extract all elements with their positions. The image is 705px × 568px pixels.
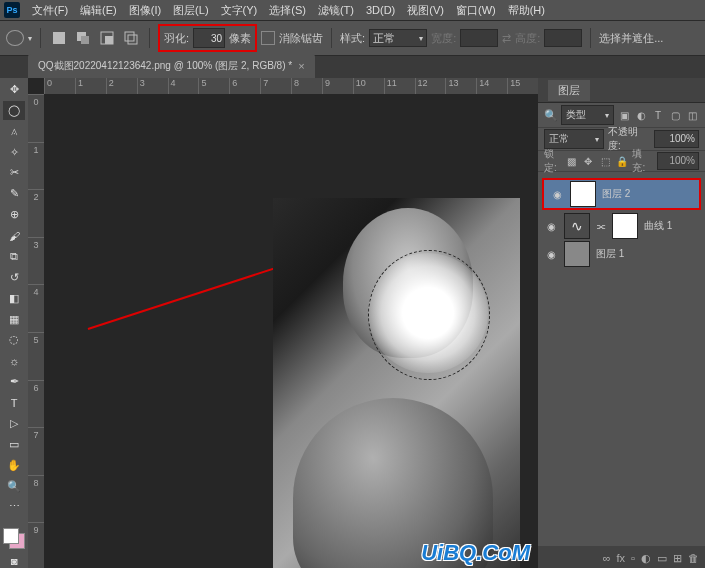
svg-rect-5	[125, 32, 134, 41]
tool-preset-dropdown[interactable]: ▾	[28, 34, 32, 43]
type-tool-icon[interactable]: T	[3, 393, 25, 412]
menu-filter[interactable]: 滤镜(T)	[312, 1, 360, 20]
feather-unit: 像素	[229, 31, 251, 46]
opacity-value[interactable]: 100%	[654, 130, 699, 148]
feather-highlight-box: 羽化: 像素	[158, 24, 257, 52]
link-icon: ⫘	[596, 221, 606, 232]
lasso-tool-icon[interactable]: ⟑	[3, 122, 25, 141]
selection-add-icon[interactable]	[75, 30, 91, 46]
current-tool-icon[interactable]	[6, 30, 24, 46]
filter-smart-icon[interactable]: ◫	[685, 108, 699, 122]
selection-new-icon[interactable]	[51, 30, 67, 46]
visibility-toggle-icon[interactable]: ◉	[544, 219, 558, 233]
menu-image[interactable]: 图像(I)	[123, 1, 167, 20]
dodge-tool-icon[interactable]: ☼	[3, 351, 25, 370]
layer-mask-thumbnail[interactable]	[612, 213, 638, 239]
move-tool-icon[interactable]: ✥	[3, 80, 25, 99]
layer-row-1[interactable]: ◉ 图层 1	[538, 240, 705, 268]
menu-edit[interactable]: 编辑(E)	[74, 1, 123, 20]
menu-view[interactable]: 视图(V)	[401, 1, 450, 20]
new-group-icon[interactable]: ▭	[657, 552, 667, 565]
antialias-label: 消除锯齿	[279, 31, 323, 46]
selection-intersect-icon[interactable]	[123, 30, 139, 46]
magic-wand-tool-icon[interactable]: ✧	[3, 143, 25, 162]
filter-adjust-icon[interactable]: ◐	[634, 108, 648, 122]
lock-pixels-icon[interactable]: ▩	[564, 154, 578, 168]
delete-layer-icon[interactable]: 🗑	[688, 552, 699, 564]
svg-rect-4	[105, 36, 113, 44]
brush-tool-icon[interactable]: 🖌	[3, 226, 25, 245]
filter-type-dropdown[interactable]: 类型▾	[561, 105, 614, 125]
crop-tool-icon[interactable]: ✂	[3, 164, 25, 183]
link-layers-icon[interactable]: ∞	[603, 552, 611, 564]
menu-select[interactable]: 选择(S)	[263, 1, 312, 20]
layer-thumbnail[interactable]	[570, 181, 596, 207]
marquee-tool-icon[interactable]: ◯	[3, 101, 25, 120]
style-label: 样式:	[340, 31, 365, 46]
layer-name[interactable]: 曲线 1	[644, 219, 672, 233]
shape-tool-icon[interactable]: ▭	[3, 435, 25, 454]
curves-adjustment-icon[interactable]: ∿	[564, 213, 590, 239]
menu-window[interactable]: 窗口(W)	[450, 1, 502, 20]
layer-row-curves[interactable]: ◉ ∿ ⫘ 曲线 1	[538, 212, 705, 240]
style-dropdown[interactable]: 正常▾	[369, 29, 427, 47]
hand-tool-icon[interactable]: ✋	[3, 456, 25, 475]
selection-subtract-icon[interactable]	[99, 30, 115, 46]
layer-thumbnail[interactable]	[564, 241, 590, 267]
visibility-toggle-icon[interactable]: ◉	[550, 187, 564, 201]
lock-label: 锁定:	[544, 147, 561, 175]
add-adjustment-icon[interactable]: ◐	[641, 552, 651, 565]
elliptical-selection[interactable]	[368, 250, 490, 380]
layer-name[interactable]: 图层 1	[596, 247, 624, 261]
menu-file[interactable]: 文件(F)	[26, 1, 74, 20]
foreground-color-swatch[interactable]	[3, 528, 19, 544]
height-label: 高度:	[515, 31, 540, 46]
eyedropper-tool-icon[interactable]: ✎	[3, 184, 25, 203]
healing-tool-icon[interactable]: ⊕	[3, 205, 25, 224]
eraser-tool-icon[interactable]: ◧	[3, 289, 25, 308]
document-canvas[interactable]	[273, 198, 520, 568]
filter-search-icon[interactable]: 🔍	[544, 109, 558, 122]
canvas-area[interactable]: 0123456789101112131415 0123456789 UiBQ.C…	[28, 78, 538, 568]
layer-name[interactable]: 图层 2	[602, 187, 630, 201]
more-tools-icon[interactable]: ⋯	[3, 498, 25, 517]
antialias-checkbox[interactable]	[261, 31, 275, 45]
ruler-horizontal: 0123456789101112131415	[44, 78, 538, 94]
fill-value[interactable]: 100%	[657, 152, 699, 170]
pen-tool-icon[interactable]: ✒	[3, 372, 25, 391]
new-layer-icon[interactable]: ⊞	[673, 552, 682, 565]
filter-shape-icon[interactable]: ▢	[668, 108, 682, 122]
layers-tab[interactable]: 图层	[548, 80, 590, 101]
feather-input[interactable]	[193, 28, 225, 48]
lock-all-icon[interactable]: 🔒	[615, 154, 629, 168]
menu-layer[interactable]: 图层(L)	[167, 1, 214, 20]
gradient-tool-icon[interactable]: ▦	[3, 310, 25, 329]
menu-3d[interactable]: 3D(D)	[360, 2, 401, 18]
add-mask-icon[interactable]: ▫	[631, 552, 635, 564]
select-and-mask-button[interactable]: 选择并遮住...	[599, 31, 663, 46]
lock-position-icon[interactable]: ✥	[581, 154, 595, 168]
zoom-tool-icon[interactable]: 🔍	[3, 477, 25, 496]
filter-type-icon[interactable]: T	[651, 108, 665, 122]
color-swatches[interactable]	[3, 528, 25, 549]
fill-label: 填充:	[632, 147, 653, 175]
quickmask-icon[interactable]: ◙	[3, 551, 25, 568]
filter-pixel-icon[interactable]: ▣	[617, 108, 631, 122]
blur-tool-icon[interactable]: ◌	[3, 331, 25, 350]
path-tool-icon[interactable]: ▷	[3, 414, 25, 433]
width-input	[460, 29, 498, 47]
fx-icon[interactable]: fx	[617, 552, 626, 564]
document-tab[interactable]: QQ截图20220412123642.png @ 100% (图层 2, RGB…	[28, 54, 315, 78]
blend-mode-dropdown[interactable]: 正常▾	[544, 129, 604, 149]
menu-type[interactable]: 文字(Y)	[215, 1, 264, 20]
history-brush-tool-icon[interactable]: ↺	[3, 268, 25, 287]
close-tab-icon[interactable]: ×	[298, 60, 304, 72]
menu-help[interactable]: 帮助(H)	[502, 1, 551, 20]
visibility-toggle-icon[interactable]: ◉	[544, 247, 558, 261]
ruler-vertical: 0123456789	[28, 94, 44, 568]
watermark: UiBQ.CoM	[421, 540, 530, 566]
lock-artboard-icon[interactable]: ⬚	[598, 154, 612, 168]
width-label: 宽度:	[431, 31, 456, 46]
stamp-tool-icon[interactable]: ⧉	[3, 247, 25, 266]
layer-row-2[interactable]: ◉ 图层 2	[544, 180, 699, 208]
